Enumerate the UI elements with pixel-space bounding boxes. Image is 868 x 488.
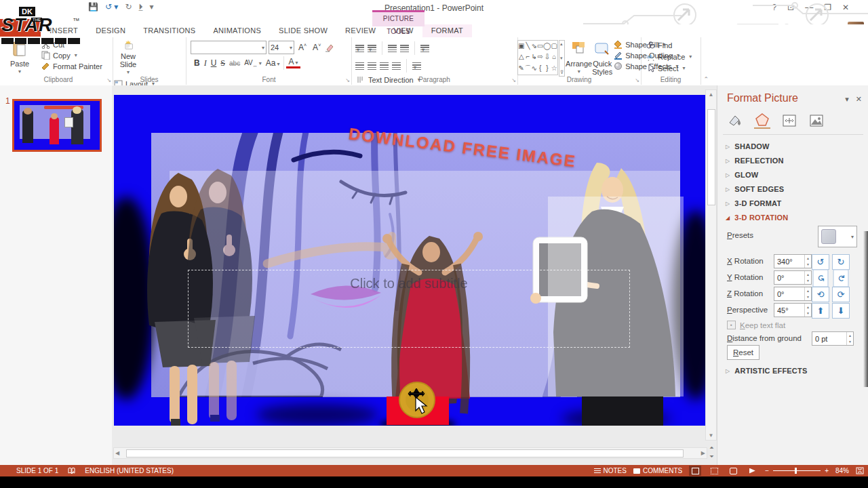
picture-tools-badge[interactable]: PICTURE TOOLS [372, 10, 425, 26]
perspective-input[interactable]: 45°▲▼ [774, 303, 812, 317]
increase-indent-icon[interactable] [400, 45, 409, 52]
columns-icon[interactable] [412, 62, 421, 70]
drawing-dialog-launcher[interactable]: ↘ [635, 77, 639, 83]
shapes-gallery-scroll[interactable]: ▴▾⊽ [559, 40, 565, 77]
close-icon[interactable]: ✕ [842, 3, 849, 12]
shape-bracket2-icon[interactable]: } [546, 64, 548, 72]
select-button[interactable]: Select [646, 64, 692, 73]
font-dialog-launcher[interactable]: ↘ [345, 77, 350, 83]
shape-elbow-icon[interactable]: ⌐ [526, 53, 530, 60]
shape-rect-icon[interactable]: ▭ [537, 42, 543, 49]
shape-curve-icon[interactable]: ∿ [531, 64, 536, 72]
slide-1-thumbnail[interactable] [12, 99, 102, 152]
shape-scribble-icon[interactable]: ✎ [519, 64, 524, 72]
fit-to-window-icon[interactable] [856, 467, 864, 474]
shrink-font-button[interactable]: A˅ [311, 43, 323, 52]
grow-font-button[interactable]: A˄ [296, 43, 309, 52]
presets-dropdown[interactable] [818, 226, 857, 247]
shape-line-icon[interactable]: ╲ [526, 42, 530, 49]
effects-icon[interactable] [754, 113, 770, 129]
arrange-button[interactable]: Arrange▾ [566, 39, 592, 77]
section-3d-format[interactable]: ▷3-D FORMAT [726, 199, 781, 207]
z-rotate-ccw-icon[interactable]: ⟲ [812, 287, 829, 302]
perspective-up-icon[interactable]: ⬆ [812, 303, 829, 319]
x-rotate-left-icon[interactable]: ↺ [812, 254, 829, 270]
bold-button[interactable]: B [192, 58, 202, 68]
font-color-button[interactable]: A [286, 58, 300, 68]
section-3d-rotation[interactable]: ◢3-D ROTATION [726, 214, 788, 222]
shape-downarrow-icon[interactable]: ⇩ [545, 53, 550, 60]
vertical-scroll-thumb[interactable] [707, 109, 715, 205]
shape-textbox-icon[interactable]: ▣ [518, 42, 524, 49]
help-icon[interactable]: ? [772, 3, 776, 12]
format-painter-button[interactable]: Format Painter [41, 62, 102, 70]
section-shadow[interactable]: ▷SHADOW [726, 142, 770, 150]
next-slide-icon[interactable]: ⏷ [709, 453, 713, 460]
shape-roundrect-icon[interactable]: ▢ [551, 42, 557, 49]
justify-icon[interactable] [392, 62, 401, 70]
z-rotate-cw-icon[interactable]: ⟳ [832, 287, 850, 302]
y-rotate-down-icon[interactable]: ↻ [833, 270, 849, 287]
scroll-up-icon[interactable]: ▲ [706, 92, 716, 98]
y-rotate-up-icon[interactable]: ↺ [813, 270, 829, 287]
panel-options-icon[interactable]: ▾ [845, 95, 849, 104]
shape-rightarrow-icon[interactable]: ⇨ [537, 53, 542, 60]
align-right-icon[interactable] [380, 62, 389, 70]
tab-transitions[interactable]: TRANSITIONS [134, 24, 204, 37]
reset-rotation-button[interactable]: Reset [727, 345, 760, 360]
change-case-button[interactable]: Aa [264, 58, 282, 68]
align-left-icon[interactable] [355, 62, 364, 70]
scroll-down-icon[interactable]: ▼ [706, 432, 716, 439]
italic-button[interactable]: I [202, 58, 209, 68]
section-artistic-effects[interactable]: ▷ARTISTIC EFFECTS [726, 367, 807, 375]
spellcheck-icon[interactable] [68, 467, 75, 474]
text-shadow-button[interactable]: abc [227, 60, 242, 67]
clipboard-dialog-launcher[interactable]: ↘ [106, 77, 111, 83]
underline-button[interactable]: U [209, 58, 219, 68]
character-spacing-button[interactable]: AV↔ [242, 59, 264, 68]
paragraph-dialog-launcher[interactable]: ↘ [511, 77, 516, 83]
scroll-right-icon[interactable]: ▶ [701, 450, 705, 456]
shape-callout-icon[interactable]: ⌂ [552, 53, 556, 60]
language-indicator[interactable]: ENGLISH (UNITED STATES) [85, 467, 174, 474]
zoom-slider[interactable]: − + [765, 467, 829, 474]
scroll-left-icon[interactable]: ◀ [115, 450, 119, 456]
shapes-gallery[interactable]: ▣╲⇘▭◯▢ △⌐↳⇨⇩⌂ ✎⌒∿{}☆ [517, 40, 558, 75]
tab-animations[interactable]: ANIMATIONS [204, 24, 270, 37]
shape-arc-icon[interactable]: ⌒ [524, 64, 531, 73]
numbering-icon[interactable] [368, 45, 376, 52]
size-properties-icon[interactable] [781, 113, 797, 128]
shape-triangle-icon[interactable]: △ [519, 53, 524, 60]
slide-nav-buttons[interactable]: ⏶⏷ [707, 443, 717, 461]
tab-slideshow[interactable]: SLIDE SHOW [270, 24, 336, 37]
slide-sorter-view-button[interactable] [708, 466, 720, 476]
normal-view-button[interactable] [689, 466, 701, 476]
fill-line-icon[interactable] [727, 113, 743, 128]
perspective-down-icon[interactable]: ⬇ [832, 303, 850, 319]
notes-button[interactable]: NOTES [594, 467, 627, 474]
y-rotation-input[interactable]: 0°▲▼ [774, 270, 812, 285]
reading-view-button[interactable] [727, 466, 739, 476]
section-soft-edges[interactable]: ▷SOFT EDGES [726, 185, 784, 193]
zoom-out-icon[interactable]: − [765, 467, 769, 474]
slideshow-view-button[interactable] [746, 466, 758, 476]
copy-button[interactable]: Copy [41, 51, 102, 60]
section-glow[interactable]: ▷GLOW [726, 171, 758, 179]
subtitle-placeholder[interactable]: Click to add subtitle [188, 270, 630, 348]
horizontal-scrollbar[interactable]: ◀ ▶ [113, 447, 707, 459]
new-slide-button[interactable]: New Slide▾ [113, 39, 144, 77]
tab-format[interactable]: FORMAT [422, 24, 472, 37]
x-rotation-input[interactable]: 340°▲▼ [774, 254, 812, 268]
strikethrough-button[interactable]: S [218, 58, 227, 68]
panel-close-icon[interactable]: ✕ [856, 95, 862, 104]
collapse-ribbon-icon[interactable]: ⌃ [703, 76, 709, 83]
tab-design[interactable]: DESIGN [87, 24, 134, 37]
ribbon-display-icon[interactable]: ⊡ [787, 3, 794, 12]
comments-button[interactable]: COMMENTS [633, 467, 682, 474]
z-rotation-input[interactable]: 0°▲▼ [774, 287, 812, 301]
vertical-scrollbar[interactable]: ▲ ▼ [705, 89, 717, 441]
clear-formatting-icon[interactable] [325, 43, 334, 52]
shape-star-icon[interactable]: ☆ [551, 64, 557, 72]
previous-slide-icon[interactable]: ⏶ [709, 445, 713, 451]
font-name-combo[interactable] [191, 41, 267, 54]
